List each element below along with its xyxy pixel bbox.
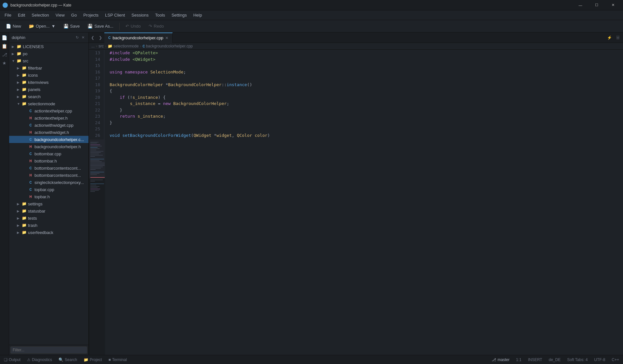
- new-button[interactable]: 📄 New: [3, 22, 24, 30]
- menu-sessions[interactable]: Sessions: [128, 11, 152, 19]
- menu-edit[interactable]: Edit: [15, 11, 28, 19]
- saveas-button[interactable]: 💾 Save As...: [84, 22, 117, 30]
- cpp-file-icon: C: [28, 151, 33, 156]
- tree-item-bottombar-cpp[interactable]: ▶ C bottombar.cpp: [9, 150, 88, 157]
- tree-item-licenses[interactable]: ▶ 📁 LICENSES: [9, 43, 88, 50]
- tree-item-bottombarcontentscont-cpp[interactable]: ▶ C bottombarcontentscont...: [9, 164, 88, 172]
- close-panel-button[interactable]: ✕: [80, 35, 86, 41]
- tree-item-statusbar[interactable]: ▶ 📁 statusbar: [9, 207, 88, 214]
- tree-item-src[interactable]: ▼ 📁 src: [9, 57, 88, 64]
- tree-item-actionwithwidget-h[interactable]: ▶ H actionwithwidget.h: [9, 129, 88, 136]
- tree-item-actiontexthelper-cpp[interactable]: ▶ C actiontexthelper.cpp: [9, 107, 88, 114]
- tree-arrow-icon: ▶: [17, 88, 21, 91]
- maximize-button[interactable]: ☐: [589, 0, 604, 10]
- open-icon: 📂: [29, 24, 34, 29]
- tab-close-button[interactable]: ✕: [165, 36, 168, 40]
- menu-tools[interactable]: Tools: [152, 11, 168, 19]
- sidebar-icon-bookmarks[interactable]: ★: [1, 59, 8, 67]
- statusbar-position[interactable]: 1:1: [515, 357, 523, 363]
- tree-item-actiontexthelper-h[interactable]: ▶ H actiontexthelper.h: [9, 114, 88, 122]
- h-file-icon: H: [28, 144, 33, 149]
- svg-rect-25: [90, 175, 97, 175]
- tree-item-bottombarcontentscont-h[interactable]: ▶ H bottombarcontentscont...: [9, 172, 88, 179]
- statusbar-output[interactable]: ❑ Output: [3, 357, 22, 363]
- cpp-file-icon: C: [28, 137, 33, 142]
- menu-selection[interactable]: Selection: [28, 11, 52, 19]
- statusbar-encoding[interactable]: UTF-8: [593, 357, 606, 363]
- menu-settings[interactable]: Settings: [168, 11, 190, 19]
- tree-item-kitemviews[interactable]: ▶ 📁 kitemviews: [9, 79, 88, 86]
- minimize-button[interactable]: —: [573, 0, 588, 10]
- breadcrumb-file[interactable]: C backgroundcolorhelper.cpp: [142, 44, 192, 48]
- tab-lightning-button[interactable]: ⚡: [605, 32, 613, 43]
- statusbar-insert-mode[interactable]: INSERT: [527, 357, 544, 363]
- tree-item-icons[interactable]: ▶ 📁 icons: [9, 72, 88, 79]
- sidebar-icon-git[interactable]: ⎇: [1, 51, 8, 58]
- save-icon: 💾: [63, 24, 69, 29]
- statusbar-branch[interactable]: ⎇ master: [490, 357, 511, 363]
- breadcrumb-file-icon: C: [142, 45, 145, 48]
- tree-item-po[interactable]: ▶ 📁 po: [9, 50, 88, 57]
- tab-bar: ❮ ❯ C backgroundcolorhelper.cpp ✕ ⚡ ☱: [89, 32, 623, 43]
- statusbar-project[interactable]: 📁 Project: [82, 357, 103, 363]
- tab-prev-button[interactable]: ❮: [89, 32, 97, 43]
- filter-input[interactable]: [10, 346, 87, 354]
- svg-rect-23: [90, 172, 104, 172]
- breadcrumb-selectionmode[interactable]: 📁 selectionmode: [108, 44, 139, 48]
- statusbar-tab-mode[interactable]: Soft Tabs: 4: [566, 357, 589, 363]
- statusbar-terminal[interactable]: ■ Terminal: [107, 357, 128, 363]
- svg-rect-8: [90, 150, 96, 150]
- tree-arrow-icon: ▶: [17, 81, 21, 84]
- open-button[interactable]: 📂 Open... ▼: [26, 22, 59, 30]
- tree-item-backgroundcolorhelper-h[interactable]: ▶ H backgroundcolorhelper.h: [9, 143, 88, 150]
- tree-item-bottombar-h[interactable]: ▶ H bottombar.h: [9, 157, 88, 164]
- tree-item-trash[interactable]: ▶ 📁 trash: [9, 222, 88, 229]
- svg-rect-20: [90, 167, 103, 167]
- save-button[interactable]: 💾 Save: [60, 22, 83, 30]
- h-file-icon: H: [28, 173, 33, 178]
- breadcrumb-dots[interactable]: ...: [91, 44, 95, 48]
- tree-arrow-placeholder: ▶: [23, 195, 28, 199]
- toolbar: 📄 New 📂 Open... ▼ 💾 Save 💾 Save As... ↶ …: [0, 20, 623, 32]
- tree-arrow-placeholder: ▶: [23, 145, 28, 149]
- menu-view[interactable]: View: [52, 11, 68, 19]
- menu-help[interactable]: Help: [190, 11, 205, 19]
- statusbar-language[interactable]: de_DE: [547, 357, 562, 363]
- tab-next-button[interactable]: ❯: [97, 32, 104, 43]
- code-editor[interactable]: 1314151617 1819202122 2324252627 2829303…: [89, 50, 623, 139]
- statusbar-search[interactable]: 🔍 Search: [57, 357, 78, 363]
- tree-item-panels[interactable]: ▶ 📁 panels: [9, 86, 88, 93]
- h-file-icon: H: [28, 115, 33, 121]
- tab-layout-button[interactable]: ☱: [614, 32, 622, 43]
- sidebar-icon-files[interactable]: 📄: [1, 34, 8, 42]
- menu-lsp[interactable]: LSP Client: [102, 11, 128, 19]
- tree-item-singleclick-cpp[interactable]: ▶ C singleclickselectionproxy...: [9, 179, 88, 186]
- tree-item-tests[interactable]: ▶ 📁 tests: [9, 214, 88, 222]
- tree-item-actionwithwidget-cpp[interactable]: ▶ C actionwithwidget.cpp: [9, 122, 88, 129]
- tree-item-topbar-h[interactable]: ▶ H topbar.h: [9, 193, 88, 200]
- close-button[interactable]: ✕: [605, 0, 620, 10]
- tree-item-selectionmode[interactable]: ▼ 📁 selectionmode: [9, 100, 88, 107]
- tab-mode-value: Soft Tabs: 4: [567, 358, 588, 362]
- cpp-file-icon: C: [28, 187, 33, 192]
- refresh-button[interactable]: ↻: [74, 35, 80, 41]
- sidebar-icon-documents[interactable]: 📋: [1, 42, 8, 50]
- undo-button[interactable]: ↶ Undo: [122, 22, 144, 30]
- tree-item-settings[interactable]: ▶ 📁 settings: [9, 200, 88, 207]
- svg-rect-3: [90, 143, 97, 143]
- menu-projects[interactable]: Projects: [80, 11, 102, 19]
- statusbar-filetype[interactable]: C++: [610, 357, 620, 363]
- breadcrumb-src[interactable]: src: [99, 44, 104, 48]
- tab-backgroundcolorhelper[interactable]: C backgroundcolorhelper.cpp ✕: [104, 32, 173, 43]
- statusbar-diagnostics[interactable]: ⚠ Diagnostics: [26, 357, 53, 363]
- redo-button[interactable]: ↷ Redo: [145, 22, 167, 30]
- tree-item-backgroundcolorhelper-cpp[interactable]: ▶ C backgroundcolorhelper.c...: [9, 136, 88, 143]
- tree-item-userfeedback[interactable]: ▶ 📁 userfeedback: [9, 229, 88, 236]
- tree-item-filterbar[interactable]: ▶ 📁 filterbar: [9, 64, 88, 72]
- code-content[interactable]: #include <QPalette> #include <QWidget> u…: [104, 50, 623, 139]
- tree-item-topbar-cpp[interactable]: ▶ C topbar.cpp: [9, 186, 88, 193]
- sidebar-icons: 📄 📋 ⎇ ★: [0, 32, 9, 355]
- menu-go[interactable]: Go: [68, 11, 80, 19]
- tree-item-search[interactable]: ▶ 📁 search: [9, 93, 88, 100]
- menu-file[interactable]: File: [1, 11, 15, 19]
